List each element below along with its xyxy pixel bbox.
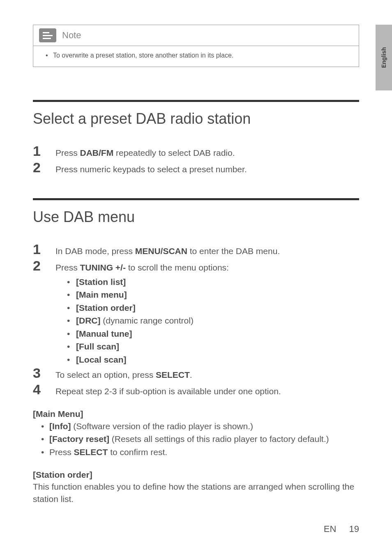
page-footer: EN 19	[324, 524, 359, 534]
subsection-text: This function enables you to define how …	[33, 481, 359, 505]
menu-options-list: [Station list] [Main menu] [Station orde…	[64, 275, 359, 366]
section-divider	[33, 198, 359, 200]
main-menu-subsection: [Main Menu] [Info] (Software version of …	[33, 409, 359, 459]
station-order-subsection: [Station order] This function enables yo…	[33, 470, 359, 505]
section-title: Select a preset DAB radio station	[33, 110, 359, 127]
language-side-tab: English	[376, 25, 392, 90]
section-use-dab-menu: Use DAB menu 1 In DAB mode, press MENU/S…	[33, 198, 359, 505]
main-menu-item: [Factory reset] (Resets all settings of …	[33, 432, 359, 446]
step-item: 2 Press TUNING +/- to scroll the menu op…	[33, 259, 359, 273]
section-select-preset: Select a preset DAB radio station 1 Pres…	[33, 100, 359, 176]
note-box: Note To overwrite a preset station, stor…	[33, 25, 359, 67]
step-text: In DAB mode, press MENU/SCAN to enter th…	[55, 243, 359, 257]
section-title: Use DAB menu	[33, 208, 359, 226]
subsection-title: [Station order]	[33, 470, 359, 480]
menu-option: [Manual tune]	[64, 327, 359, 340]
step-number: 2	[33, 160, 55, 174]
step-item: 1 In DAB mode, press MENU/SCAN to enter …	[33, 242, 359, 257]
step-number: 2	[33, 259, 55, 273]
step-text: Press TUNING +/- to scroll the menu opti…	[55, 260, 359, 273]
step-number: 4	[33, 382, 55, 396]
section-divider	[33, 100, 359, 102]
step-text: Repeat step 2-3 if sub-option is availab…	[55, 384, 359, 397]
step-item: 1 Press DAB/FM repeatedly to select DAB …	[33, 144, 359, 159]
menu-option: [Full scan]	[64, 340, 359, 353]
menu-option: [Local scan]	[64, 353, 359, 366]
subsection-title: [Main Menu]	[33, 409, 359, 419]
note-item: To overwrite a preset station, store ano…	[46, 52, 350, 59]
step-item: 3 To select an option, press SELECT.	[33, 366, 359, 381]
step-item: 2 Press numeric keypads to select a pres…	[33, 160, 359, 175]
menu-option: [Station order]	[64, 301, 359, 314]
step-text: Press numeric keypads to select a preset…	[55, 162, 359, 175]
note-title: Note	[62, 30, 81, 41]
step-number: 3	[33, 366, 55, 380]
note-icon	[39, 28, 56, 42]
note-header: Note	[33, 25, 359, 46]
menu-option: [DRC] (dynamic range control)	[64, 314, 359, 327]
note-body: To overwrite a preset station, store ano…	[33, 46, 359, 67]
main-menu-item: Press SELECT to confirm rest.	[33, 446, 359, 459]
main-menu-item: [Info] (Software version of the radio pl…	[33, 420, 359, 433]
footer-language: EN	[324, 524, 337, 534]
step-text: Press DAB/FM repeatedly to select DAB ra…	[55, 145, 359, 159]
menu-option: [Main menu]	[64, 288, 359, 301]
menu-option: [Station list]	[64, 275, 359, 289]
step-item: 4 Repeat step 2-3 if sub-option is avail…	[33, 382, 359, 397]
step-number: 1	[33, 242, 55, 256]
step-number: 1	[33, 144, 55, 158]
step-text: To select an option, press SELECT.	[55, 367, 359, 381]
language-label: English	[380, 47, 387, 68]
page-number: 19	[349, 524, 359, 534]
